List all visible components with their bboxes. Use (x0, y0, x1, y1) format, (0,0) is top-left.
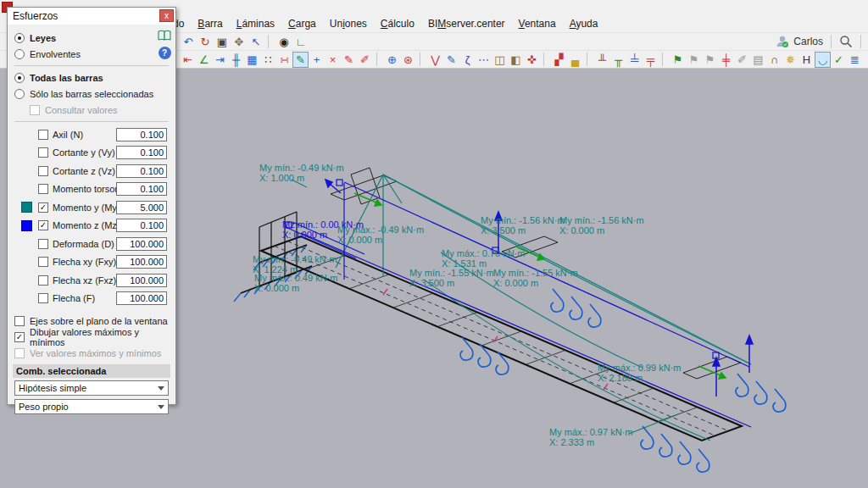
truss-icon[interactable]: ⋁ (427, 52, 443, 68)
radio-s-lo-las-barras-seleccionadas[interactable]: Sólo las barras seleccionadas (14, 86, 169, 102)
checkbox-icon[interactable] (38, 184, 48, 194)
checkbox-icon[interactable] (38, 147, 48, 158)
add-node-icon[interactable]: + (309, 52, 325, 68)
scale-value-input[interactable]: 0.100 (116, 219, 167, 232)
axes-origin-icon[interactable]: ∟ (292, 34, 309, 50)
checkbox-icon[interactable]: ✓ (38, 202, 48, 213)
zoom-previous-icon[interactable]: ↶ (180, 34, 197, 50)
force-label: Cortante y (Vy) (53, 147, 115, 158)
beam-edit2-icon[interactable]: ╥ (610, 52, 626, 68)
beam-edit4-icon[interactable]: ╤ (643, 52, 659, 68)
delete-node-icon[interactable]: × (325, 52, 341, 68)
edit-bar-icon[interactable]: ✎ (341, 52, 357, 68)
scale-value-input[interactable]: 5.000 (116, 201, 167, 214)
menu-item-c-lculo[interactable]: Cálculo (374, 16, 421, 31)
radio-todas-las-barras[interactable]: Todas las barras (14, 69, 169, 86)
checkbox-icon[interactable] (38, 293, 48, 303)
pan-icon[interactable]: ✥ (231, 34, 248, 50)
scale-value-input[interactable]: 100.000 (116, 274, 167, 287)
option-dibujar-valores-m-ximos-y-m-nimos[interactable]: ✓Dibujar valores máximos y mínimos (14, 329, 169, 345)
radio-leyes[interactable]: Leyes (14, 30, 169, 46)
dimension-icon[interactable]: ⇥ (212, 52, 228, 68)
checkbox-icon[interactable] (38, 166, 48, 176)
menu-item-ayuda[interactable]: Ayuda (563, 16, 605, 31)
describe-bar-icon[interactable]: ✎ (443, 52, 459, 68)
check-x-icon[interactable]: ✓ (831, 52, 847, 68)
force-row: Axil (N)0.100 (14, 125, 169, 144)
menu-item-barra[interactable]: Barra (191, 16, 229, 31)
search-icon[interactable] (839, 35, 853, 48)
checkbox-icon[interactable] (38, 239, 48, 249)
scale-value-input[interactable]: 0.100 (116, 128, 167, 141)
rotate-section-icon[interactable]: ζ (459, 52, 476, 68)
beam-edit3-icon[interactable]: ╧ (626, 52, 643, 68)
flag-disabled1-icon[interactable]: ⚑ (686, 52, 702, 68)
ref-edge-icon[interactable]: ⇤ (180, 52, 196, 68)
divider (14, 121, 169, 122)
section-grey-icon[interactable]: ▤ (750, 52, 766, 68)
section-a-icon[interactable]: ◫ (492, 52, 508, 68)
bar-star-icon[interactable]: ⊛ (400, 52, 416, 68)
frame-icon[interactable]: ∩ (766, 52, 782, 68)
menu-item-uniones[interactable]: Uniones (323, 16, 374, 31)
load-case-select[interactable]: Peso propio (14, 399, 169, 414)
combination-header: Comb. seleccionada (13, 364, 170, 378)
scale-value-input[interactable]: 100.000 (116, 291, 167, 305)
bar-union-icon[interactable]: ╪ (718, 52, 734, 68)
force-row: Flecha xz (Fxz)100.000 (14, 271, 169, 290)
redraw-icon[interactable]: ↻ (197, 34, 214, 50)
close-icon[interactable]: x (159, 9, 174, 22)
user-name[interactable]: Carlos (793, 36, 823, 47)
dialog-titlebar[interactable]: Esfuerzos x (8, 8, 175, 25)
scale-value-input[interactable]: 0.100 (116, 182, 167, 196)
axes-icon[interactable]: ∠ (196, 52, 212, 68)
roller-icon[interactable]: ▄ (567, 52, 583, 68)
beam-edit1-icon[interactable]: ╨ (594, 52, 610, 68)
dots-icon[interactable]: ⋯ (476, 52, 492, 68)
menu-item-bimserver-center[interactable]: BIMserver.center (421, 16, 512, 31)
list-check-icon[interactable]: ≣ (847, 52, 863, 68)
scale-value-input[interactable]: 0.100 (116, 146, 167, 159)
crosshair-icon[interactable]: ✜ (524, 52, 540, 68)
node-delete-icon[interactable]: ∺ (276, 52, 292, 68)
scale-value-input[interactable]: 100.000 (116, 237, 167, 251)
search-binoculars-icon[interactable]: ◉ (275, 34, 292, 50)
grid-lines-icon[interactable]: ╫ (228, 52, 244, 68)
consult-values-checkbox[interactable]: Consultar valores (14, 102, 169, 118)
section-b-icon[interactable]: ◧ (508, 52, 524, 68)
hypothesis-select[interactable]: Hipótesis simple (14, 380, 169, 396)
full-window-icon[interactable]: ↖ (248, 34, 264, 50)
diagram-annotation: My mín.: -1.55 kN·mX: 3.500 m (409, 268, 494, 288)
brush-icon[interactable]: ✐ (357, 52, 373, 68)
grid-icon[interactable]: ▦ (244, 52, 260, 68)
force-row: Deformada (D)100.000 (14, 235, 169, 253)
force-label: Momento z (Mz) (53, 220, 120, 230)
eraser-icon[interactable]: ✐ (734, 52, 750, 68)
radio-envolventes[interactable]: Envolventes (14, 46, 169, 62)
scale-value-input[interactable]: 0.100 (116, 164, 167, 178)
flag-disabled2-icon[interactable]: ⚑ (702, 52, 718, 68)
force-label: Axil (N) (53, 130, 83, 140)
selection-tool-icon[interactable]: ✎ (292, 52, 309, 68)
machine-icon[interactable]: ▞ (551, 52, 567, 68)
support-star-icon[interactable]: ✵ (782, 52, 798, 68)
bar-plus-icon[interactable]: ⊕ (384, 52, 400, 68)
menu-item-ventana[interactable]: Ventana (512, 16, 563, 31)
diagram-annotation: My mín.: -0.49 kN·mX: 1.000 m (259, 163, 344, 183)
menu-item-l-minas[interactable]: Láminas (230, 16, 281, 31)
toolbar-separator (420, 53, 426, 66)
checkbox-icon[interactable]: ✓ (38, 220, 48, 230)
hypothesis-value: Hipótesis simple (19, 383, 86, 393)
checkbox-icon[interactable] (38, 275, 48, 286)
node-select-icon[interactable]: ∷ (260, 52, 276, 68)
profile-icon[interactable]: H (798, 52, 815, 68)
flag-active-icon[interactable]: ⚑ (670, 52, 686, 68)
zoom-window-icon[interactable]: ▣ (214, 34, 231, 50)
scale-value-input[interactable]: 100.000 (116, 255, 167, 269)
checkbox-icon[interactable] (38, 257, 48, 267)
diagram-view-icon[interactable]: ◡ (815, 52, 831, 68)
separator (860, 35, 861, 48)
menu-item-carga[interactable]: Carga (281, 16, 323, 31)
force-row: Cortante y (Vy)0.100 (14, 144, 169, 163)
checkbox-icon[interactable] (38, 130, 48, 140)
